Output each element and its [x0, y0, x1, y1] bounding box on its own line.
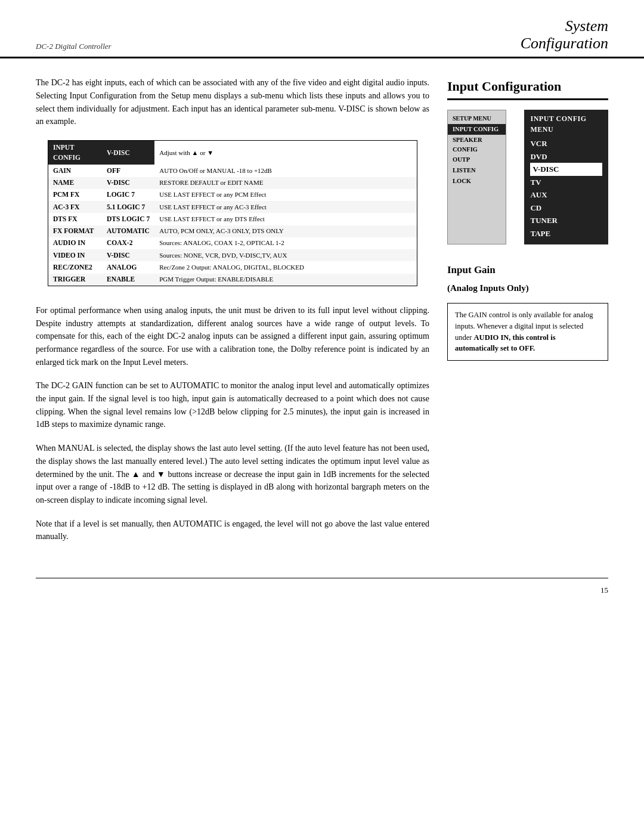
- param-desc: USE LAST EFFECT or any PCM Effect: [154, 189, 417, 201]
- body-paragraph: The DC-2 GAIN function can be set to AUT…: [36, 379, 429, 431]
- right-column: Input Configuration SETUP MENU INPUT CON…: [447, 76, 608, 554]
- param-name: REC/ZONE2: [48, 261, 102, 273]
- param-value: ANALOG: [102, 261, 154, 273]
- setup-menu-label: SETUP MENU: [448, 113, 506, 124]
- input-config-menu-item[interactable]: DVD: [530, 150, 602, 163]
- header-right-title: System Configuration: [521, 18, 608, 52]
- setup-menu-item[interactable]: OUTP: [448, 154, 506, 165]
- input-config-menu-items: VCRDVDV-DISCTVAUXCDTUNERTAPE: [530, 137, 602, 240]
- input-config-menu-item[interactable]: TUNER: [530, 214, 602, 227]
- table-header-col1: INPUT CONFIG: [48, 141, 102, 165]
- table-row: GAINOFFAUTO On/Off or MANUAL -18 to +12d…: [48, 165, 417, 176]
- intro-paragraph: The DC-2 has eight inputs, each of which…: [36, 76, 429, 128]
- page-header: DC-2 Digital Controller System Configura…: [0, 0, 644, 58]
- param-name: PCM FX: [48, 189, 102, 201]
- table-header-col2: V-DISC: [102, 141, 154, 165]
- param-desc: Sources: ANALOG, COAX 1-2, OPTICAL 1-2: [154, 237, 417, 249]
- input-gain-title: Input Gain: [447, 262, 608, 278]
- input-gain-subtitle: (Analog Inputs Only): [447, 281, 608, 295]
- input-config-menu-item[interactable]: TAPE: [530, 227, 602, 240]
- param-desc: PGM Trigger Output: ENABLE/DISABLE: [154, 274, 417, 286]
- param-desc: AUTO, PCM ONLY, AC-3 ONLY, DTS ONLY: [154, 225, 417, 237]
- info-box: The GAIN control is only available for a…: [447, 303, 608, 361]
- table-row: AUDIO INCOAX-2Sources: ANALOG, COAX 1-2,…: [48, 237, 417, 249]
- table-header-row: INPUT CONFIG V-DISC Adjust with ▲ or ▼: [48, 141, 417, 165]
- param-name: FX FORMAT: [48, 225, 102, 237]
- param-name: AC-3 FX: [48, 201, 102, 213]
- table-row: REC/ZONE2ANALOGRec/Zone 2 Output: ANALOG…: [48, 261, 417, 273]
- input-config-menu-item[interactable]: TV: [530, 176, 602, 189]
- param-name: GAIN: [48, 165, 102, 176]
- param-value: AUTOMATIC: [102, 225, 154, 237]
- setup-menu-items: INPUT CONFIGSPEAKER CONFIGOUTPLISTENLOCK: [448, 124, 506, 187]
- setup-menu-item[interactable]: LOCK: [448, 176, 506, 187]
- param-name: AUDIO IN: [48, 237, 102, 249]
- table-row: AC-3 FX5.1 LOGIC 7USE LAST EFFECT or any…: [48, 201, 417, 213]
- table-row: DTS FXDTS LOGIC 7USE LAST EFFECT or any …: [48, 213, 417, 225]
- body-paragraphs: For optimal performance when using analo…: [36, 304, 429, 543]
- left-column: The DC-2 has eight inputs, each of which…: [36, 76, 429, 554]
- param-value: DTS LOGIC 7: [102, 213, 154, 225]
- header-title-line1: System: [521, 18, 608, 35]
- param-desc: USE LAST EFFECT or any AC-3 Effect: [154, 201, 417, 213]
- setup-menu-item[interactable]: INPUT CONFIG: [448, 124, 506, 135]
- setup-menu-item[interactable]: SPEAKER CONFIG: [448, 135, 506, 155]
- input-config-menu-item[interactable]: AUX: [530, 188, 602, 202]
- section-title: Input Configuration: [447, 76, 608, 100]
- param-value: V-DISC: [102, 177, 154, 189]
- param-desc: AUTO On/Off or MANUAL -18 to +12dB: [154, 165, 417, 176]
- footer-divider: [36, 578, 608, 578]
- config-table: INPUT CONFIG V-DISC Adjust with ▲ or ▼ G…: [48, 141, 417, 286]
- param-desc: Rec/Zone 2 Output: ANALOG, DIGITAL, BLOC…: [154, 261, 417, 273]
- body-paragraph: For optimal performance when using analo…: [36, 304, 429, 368]
- input-config-menu-item[interactable]: V-DISC: [530, 163, 602, 176]
- config-table-body: GAINOFFAUTO On/Off or MANUAL -18 to +12d…: [48, 165, 417, 286]
- param-value: LOGIC 7: [102, 189, 154, 201]
- config-table-wrapper: INPUT CONFIG V-DISC Adjust with ▲ or ▼ G…: [48, 140, 417, 286]
- table-header-col3: Adjust with ▲ or ▼: [154, 141, 417, 165]
- input-gain-section: Input Gain (Analog Inputs Only) The GAIN…: [447, 262, 608, 361]
- input-config-menu-item[interactable]: CD: [530, 202, 602, 215]
- param-value: ENABLE: [102, 274, 154, 286]
- table-row: PCM FXLOGIC 7USE LAST EFFECT or any PCM …: [48, 189, 417, 201]
- footer-page-number: 15: [36, 584, 608, 596]
- table-row: FX FORMATAUTOMATICAUTO, PCM ONLY, AC-3 O…: [48, 225, 417, 237]
- header-title-line2: Configuration: [521, 35, 608, 52]
- page-footer: 15: [0, 578, 644, 608]
- input-config-menu-item[interactable]: VCR: [530, 137, 602, 150]
- param-desc: RESTORE DEFAULT or EDIT NAME: [154, 177, 417, 189]
- body-paragraph: When MANUAL is selected, the display sho…: [36, 442, 429, 506]
- param-name: DTS FX: [48, 213, 102, 225]
- param-value: V-DISC: [102, 249, 154, 261]
- setup-menu-item[interactable]: LISTEN: [448, 165, 506, 176]
- param-value: 5.1 LOGIC 7: [102, 201, 154, 213]
- main-content: The DC-2 has eight inputs, each of which…: [0, 58, 644, 554]
- header-left-label: DC-2 Digital Controller: [36, 41, 112, 52]
- body-paragraph: Note that if a level is set manually, th…: [36, 518, 429, 543]
- param-name: TRIGGER: [48, 274, 102, 286]
- param-name: NAME: [48, 177, 102, 189]
- table-row: NAMEV-DISCRESTORE DEFAULT or EDIT NAME: [48, 177, 417, 189]
- param-desc: USE LAST EFFECT or any DTS Effect: [154, 213, 417, 225]
- input-config-menu-wrapper: INPUT CONFIG MENU VCRDVDV-DISCTVAUXCDTUN…: [524, 110, 608, 244]
- param-value: OFF: [102, 165, 154, 176]
- table-row: TRIGGERENABLEPGM Trigger Output: ENABLE/…: [48, 274, 417, 286]
- table-row: VIDEO INV-DISCSources: NONE, VCR, DVD, V…: [48, 249, 417, 261]
- param-value: COAX-2: [102, 237, 154, 249]
- setup-menu-box: SETUP MENU INPUT CONFIGSPEAKER CONFIGOUT…: [447, 110, 506, 244]
- param-desc: Sources: NONE, VCR, DVD, V-DISC,TV, AUX: [154, 249, 417, 261]
- param-name: VIDEO IN: [48, 249, 102, 261]
- input-config-menu-title: INPUT CONFIG MENU: [530, 113, 602, 135]
- right-menu-area: SETUP MENU INPUT CONFIGSPEAKER CONFIGOUT…: [447, 110, 608, 244]
